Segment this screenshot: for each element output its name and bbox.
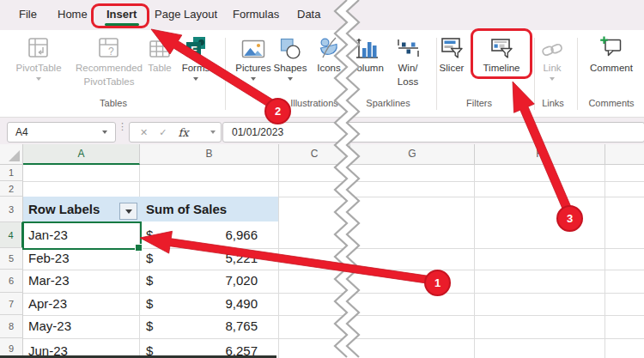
insert-function-icon[interactable]: fx	[167, 126, 188, 139]
step-1-badge: 1	[424, 270, 451, 296]
chevron-down-icon[interactable]	[102, 130, 107, 134]
chevron-down-icon	[550, 77, 555, 81]
name-box[interactable]: A4	[7, 122, 116, 143]
row-header-2[interactable]: 2	[0, 181, 23, 197]
row-header-4[interactable]: 4	[0, 222, 23, 248]
select-all-corner[interactable]	[0, 144, 23, 165]
cell-a7[interactable]: Apr-23	[28, 296, 67, 311]
timeline-button[interactable]: Timeline	[476, 34, 527, 74]
timeline-label: Timeline	[476, 63, 527, 74]
tab-page-layout[interactable]: Page Layout	[155, 8, 217, 21]
cell-b4-amount[interactable]: 6,966	[172, 228, 258, 242]
cell-a8[interactable]: May-23	[28, 319, 71, 333]
cell-b7-currency[interactable]: $	[146, 296, 153, 311]
ribbon-tab-bar: File Home Insert Page Layout Formulas Da…	[0, 0, 644, 30]
link-button[interactable]: Link	[529, 34, 575, 81]
enter-icon[interactable]: ✓	[148, 127, 167, 138]
step-3-badge: 3	[556, 205, 583, 232]
recommended-label-line2: PivotTables	[72, 76, 146, 88]
column-header-h[interactable]: H	[475, 144, 605, 165]
ribbon: PivotTable ? Recommended PivotTables Tab…	[0, 30, 644, 118]
cell-b5-currency[interactable]: $	[146, 251, 153, 265]
tab-insert[interactable]: Insert	[106, 8, 137, 21]
tab-formulas[interactable]: Formulas	[233, 8, 279, 21]
tab-file[interactable]: File	[19, 8, 37, 21]
winloss-label-line2: Loss	[386, 76, 429, 88]
link-label: Link	[529, 63, 575, 74]
table-icon	[149, 38, 171, 60]
gridline	[474, 165, 475, 358]
row-header-8[interactable]: 8	[0, 315, 23, 338]
formula-bar-row: A4 ⋮ ✕ ✓ fx 01/01/2023	[0, 117, 644, 145]
row-header-1[interactable]: 1	[0, 165, 23, 181]
cell-b5-amount[interactable]: 5,221	[172, 251, 258, 265]
group-separator	[225, 38, 226, 110]
formula-value: 01/01/2023	[223, 126, 283, 138]
fill-handle[interactable]	[135, 244, 143, 252]
cell-b7-amount[interactable]: 9,490	[172, 296, 258, 311]
step-2-badge: 2	[264, 98, 291, 124]
shapes-icon	[279, 38, 301, 60]
pivot-filter-dropdown-button[interactable]	[119, 203, 137, 220]
link-icon	[540, 39, 564, 60]
chevron-down-icon	[193, 77, 198, 81]
torn-edge-zigzag	[331, 0, 364, 358]
cell-b4-currency[interactable]: $	[146, 228, 153, 242]
column-header-b[interactable]: B	[140, 144, 279, 165]
cell-b3-sum-of-sales[interactable]: Sum of Sales	[146, 202, 227, 216]
slicer-button[interactable]: Slicer	[428, 34, 476, 74]
column-header-g[interactable]: G	[350, 144, 475, 165]
active-cell-border	[22, 221, 142, 250]
slicer-icon	[440, 36, 464, 60]
spreadsheet-grid: A B C G H 1 2 3 4 5 6 7 8 9 Row Labels S	[0, 144, 644, 358]
winloss-sparkline-button[interactable]: Win/ Loss	[386, 34, 429, 88]
group-label-comments: Comments	[588, 98, 634, 108]
forms-icon: F	[184, 36, 208, 60]
formula-input[interactable]: 01/01/2023	[222, 122, 644, 143]
row-header-5[interactable]: 5	[0, 248, 23, 270]
forms-button[interactable]: F Forms	[170, 34, 222, 81]
group-separator	[577, 38, 578, 110]
cell-b6-currency[interactable]: $	[146, 273, 153, 288]
cell-b6-amount[interactable]: 7,020	[172, 273, 258, 288]
step-3-number: 3	[567, 212, 573, 225]
gridline	[139, 165, 140, 358]
comment-label: Comment	[584, 63, 639, 74]
chevron-down-icon	[288, 77, 293, 81]
chevron-down-icon[interactable]	[210, 130, 216, 134]
drag-handle-dots[interactable]: ⋮	[118, 124, 127, 129]
column-header-a[interactable]: A	[23, 144, 140, 165]
group-label-links: Links	[542, 98, 564, 108]
row-header-6[interactable]: 6	[0, 270, 23, 293]
winloss-sparkline-icon	[396, 36, 420, 60]
tab-home[interactable]: Home	[58, 8, 88, 21]
filter-arrow-icon	[125, 209, 132, 214]
cell-a6[interactable]: Mar-23	[28, 273, 70, 288]
formula-buttons-box: ✕ ✓ fx	[129, 122, 222, 143]
chevron-down-icon	[251, 77, 256, 81]
cell-b8-amount[interactable]: 8,765	[172, 319, 258, 333]
name-box-value: A4	[8, 126, 28, 138]
tab-data[interactable]: Data	[297, 8, 320, 21]
cell-a3-row-labels[interactable]: Row Labels	[28, 202, 100, 216]
svg-text:F: F	[191, 45, 197, 57]
cell-b8-currency[interactable]: $	[146, 319, 153, 333]
gridline	[278, 165, 279, 358]
pivottable-icon	[27, 36, 51, 60]
group-label-filters: Filters	[466, 98, 492, 108]
step-2-number: 2	[275, 105, 281, 118]
chevron-down-icon	[36, 77, 41, 81]
cell-a5[interactable]: Feb-23	[28, 251, 70, 265]
gridline	[605, 165, 605, 358]
slicer-label: Slicer	[428, 63, 476, 74]
forms-label: Forms	[170, 63, 222, 74]
pivottable-label: PivotTable	[13, 63, 64, 74]
excel-window: File Home Insert Page Layout Formulas Da…	[0, 0, 644, 358]
column-header-partial[interactable]	[605, 144, 644, 165]
row-header-7[interactable]: 7	[0, 293, 23, 315]
comment-button[interactable]: Comment	[584, 34, 639, 74]
row-header-3[interactable]: 3	[0, 197, 23, 222]
pivottable-button[interactable]: PivotTable	[13, 34, 64, 81]
corner-triangle-icon	[9, 150, 20, 161]
cancel-icon[interactable]: ✕	[130, 127, 148, 138]
